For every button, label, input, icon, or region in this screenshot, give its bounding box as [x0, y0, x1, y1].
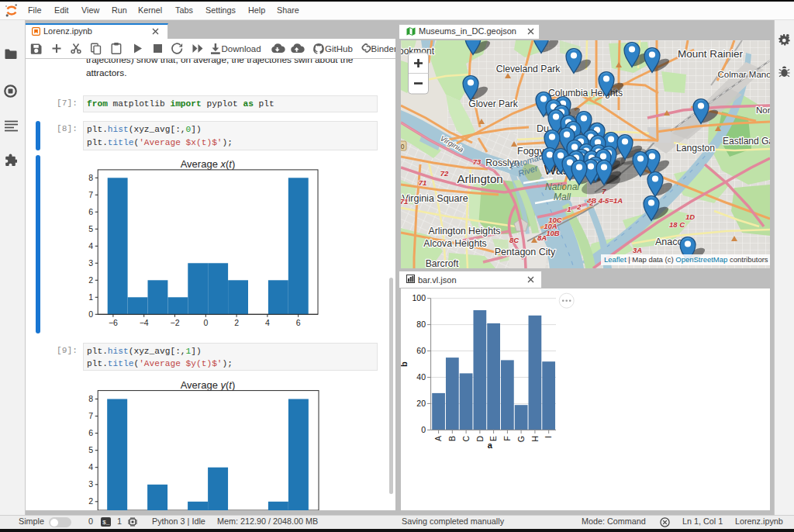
- svg-text:7: 7: [88, 190, 93, 199]
- svg-text:4: 4: [88, 241, 93, 250]
- svg-text:Mount Rainier: Mount Rainier: [678, 48, 744, 60]
- svg-text:−2: −2: [171, 318, 180, 327]
- svg-text:Leaflet | Map data (c) OpenStr: Leaflet | Map data (c) OpenStreetMap con…: [604, 255, 768, 264]
- svg-text:C: C: [461, 436, 471, 442]
- svg-text:3A: 3A: [633, 246, 642, 254]
- svg-text:H: H: [530, 436, 540, 442]
- svg-text:6: 6: [88, 428, 93, 437]
- svg-text:2: 2: [88, 275, 93, 285]
- svg-text:3: 3: [88, 258, 93, 268]
- svg-text:0: 0: [88, 309, 93, 319]
- svg-text:Mall: Mall: [554, 192, 571, 202]
- svg-text:Virginia Square: Virginia Square: [402, 193, 468, 204]
- svg-text:I: I: [544, 436, 553, 438]
- svg-text:1: 1: [567, 205, 571, 213]
- svg-text:40: 40: [416, 372, 426, 382]
- svg-text:100: 100: [412, 293, 426, 302]
- svg-text:A: A: [433, 436, 443, 441]
- svg-text:Average y(t): Average y(t): [181, 379, 236, 391]
- svg-text:73: 73: [473, 157, 482, 166]
- svg-text:6: 6: [296, 318, 301, 327]
- svg-text:8: 8: [88, 173, 93, 182]
- svg-text:0: 0: [421, 425, 426, 434]
- svg-text:G: G: [516, 436, 526, 442]
- svg-text:Download: Download: [222, 44, 261, 54]
- svg-text:Langston: Langston: [676, 143, 715, 154]
- svg-text:D: D: [475, 436, 485, 442]
- svg-text:Average x(t): Average x(t): [181, 158, 236, 170]
- svg-text:1: 1: [88, 292, 93, 302]
- svg-text:7: 7: [88, 411, 93, 420]
- svg-text:F: F: [502, 436, 512, 440]
- svg-text:4: 4: [88, 462, 93, 472]
- svg-text:$_: $_: [102, 519, 110, 526]
- svg-text:71: 71: [419, 178, 427, 187]
- svg-text:−4: −4: [140, 318, 149, 327]
- svg-text:5: 5: [88, 445, 93, 454]
- svg-text:Colmar Manor: Colmar Manor: [718, 70, 770, 79]
- svg-text:Eastland Gard: Eastland Gard: [723, 136, 770, 147]
- svg-text:Arlington: Arlington: [457, 172, 502, 185]
- svg-text:8C: 8C: [509, 236, 519, 244]
- svg-text:0: 0: [401, 143, 405, 150]
- svg-text:3: 3: [88, 479, 93, 489]
- svg-text:b: b: [401, 361, 409, 367]
- svg-text:20: 20: [416, 399, 426, 408]
- svg-text:2: 2: [88, 496, 93, 506]
- svg-text:Glover Park: Glover Park: [468, 98, 518, 109]
- svg-text:Binder: Binder: [371, 44, 396, 54]
- svg-text:B: B: [447, 436, 457, 441]
- svg-text:71: 71: [401, 197, 408, 206]
- svg-text:National: National: [545, 181, 579, 192]
- svg-text:1D: 1D: [685, 212, 695, 221]
- svg-text:Cleveland Park: Cleveland Park: [496, 64, 561, 74]
- svg-text:10B: 10B: [546, 229, 560, 237]
- svg-text:60: 60: [416, 346, 426, 355]
- svg-text:4: 4: [265, 318, 270, 327]
- svg-text:Pentagon City: Pentagon City: [495, 247, 556, 257]
- svg-text:a: a: [488, 440, 493, 450]
- svg-text:2: 2: [234, 318, 239, 327]
- svg-text:5: 5: [88, 224, 93, 233]
- svg-text:GitHub: GitHub: [325, 44, 353, 54]
- svg-text:2: 2: [589, 199, 594, 207]
- svg-text:2: 2: [576, 202, 582, 211]
- svg-text:Arlington Heights: Arlington Heights: [429, 226, 501, 237]
- svg-text:8: 8: [88, 394, 93, 403]
- svg-text:18 C: 18 C: [669, 220, 685, 229]
- svg-text:6: 6: [88, 207, 93, 216]
- svg-text:Alcova Heights: Alcova Heights: [423, 238, 486, 249]
- svg-text:8A: 8A: [537, 233, 547, 242]
- svg-text:Nor: Nor: [756, 105, 770, 115]
- svg-text:80: 80: [416, 320, 426, 329]
- svg-text:−6: −6: [109, 318, 118, 327]
- svg-text:72: 72: [440, 169, 449, 178]
- svg-text:Barcroft: Barcroft: [426, 258, 459, 268]
- svg-text:0: 0: [203, 318, 208, 327]
